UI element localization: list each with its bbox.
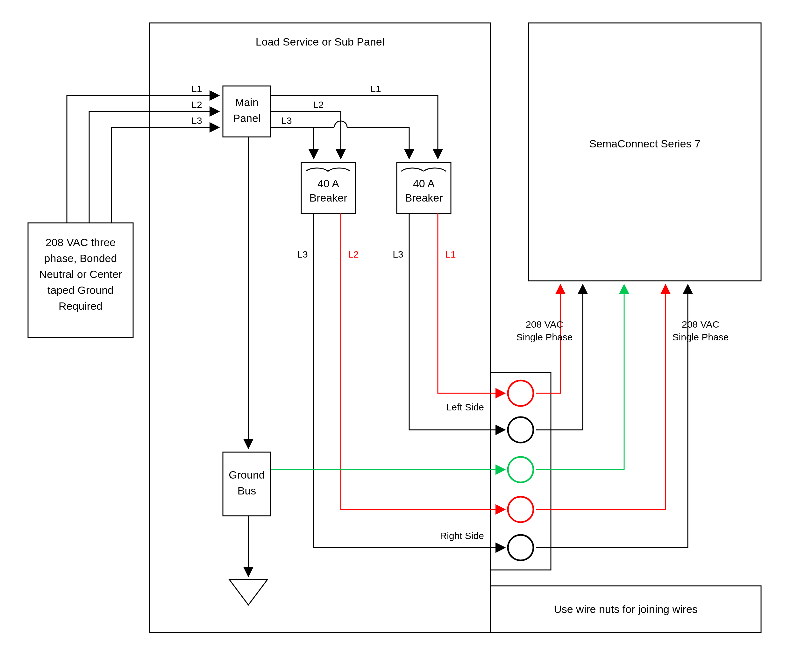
main-panel-l2: Panel xyxy=(223,112,271,125)
source-line3: Neutral or Center xyxy=(28,267,133,281)
terminal-black-2 xyxy=(508,535,533,560)
terminal-red-2 xyxy=(508,497,533,522)
brk2-l3-label: L3 xyxy=(388,248,408,261)
voltage-left-l1: 208 VAC xyxy=(503,318,586,331)
ground-bus-l2: Bus xyxy=(223,484,271,498)
wire-nuts-label: Use wire nuts for joining wires xyxy=(490,603,761,616)
l3-in-label: L3 xyxy=(187,115,206,127)
wire-brk2-l1 xyxy=(438,213,505,393)
wire-l2-in xyxy=(89,112,219,223)
main-panel-l1: Main xyxy=(223,95,271,109)
terminal-black-1 xyxy=(508,417,533,443)
voltage-left-l2: Single Phase xyxy=(503,331,586,343)
source-line1: 208 VAC three xyxy=(28,235,133,249)
breaker-left-l2: Breaker xyxy=(301,191,355,205)
source-line5: Required xyxy=(28,299,133,313)
l2-in-label: L2 xyxy=(187,99,206,111)
l3-out-label: L3 xyxy=(277,115,296,127)
wire-brk1-l2 xyxy=(341,213,505,509)
terminal-block-box xyxy=(490,372,551,570)
ground-symbol xyxy=(229,579,267,605)
wiring-diagram: Load Service or Sub Panel 208 VAC three … xyxy=(0,0,812,668)
breaker-right-l1: 40 A xyxy=(397,177,451,190)
voltage-right-l1: 208 VAC xyxy=(659,318,742,331)
semaconnect-title: SemaConnect Series 7 xyxy=(529,137,761,150)
panel-title: Load Service or Sub Panel xyxy=(150,35,490,49)
l2-out-label: L2 xyxy=(309,99,328,111)
terminal-green xyxy=(508,457,533,483)
source-line2: phase, Bonded xyxy=(28,252,133,265)
brk1-l2-label: L2 xyxy=(344,248,363,261)
brk1-l3-label: L3 xyxy=(293,248,312,261)
wire-sema-green xyxy=(536,285,624,469)
breaker-left-l1: 40 A xyxy=(301,177,355,190)
l1-out-label: L1 xyxy=(366,83,385,95)
ground-bus-l1: Ground xyxy=(223,468,271,482)
l1-in-label: L1 xyxy=(187,83,206,95)
wire-l3-in xyxy=(112,127,219,223)
terminal-red-1 xyxy=(508,381,533,406)
breaker-right-l2: Breaker xyxy=(397,191,451,205)
wire-l3-out-right xyxy=(347,127,409,159)
brk2-l1-label: L1 xyxy=(441,248,460,261)
right-side-label: Right Side xyxy=(420,530,484,542)
left-side-label: Left Side xyxy=(420,401,484,413)
source-line4: taped Ground xyxy=(28,283,133,297)
voltage-right-l2: Single Phase xyxy=(659,331,742,343)
wire-sema-black-left xyxy=(536,285,583,430)
semaconnect-box xyxy=(529,23,761,281)
